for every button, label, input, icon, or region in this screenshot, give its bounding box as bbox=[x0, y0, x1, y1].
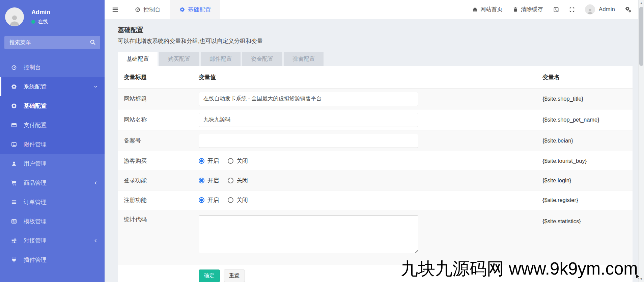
sidebar-search bbox=[4, 36, 100, 49]
plug-icon bbox=[11, 257, 19, 263]
site-home-link[interactable]: 网站首页 bbox=[472, 6, 503, 13]
sidebar-item-template-manage[interactable]: 模板管理 bbox=[0, 212, 105, 231]
variable-name: {$site.tourist_buy} bbox=[542, 158, 626, 164]
tab-basic-config[interactable]: 基础配置 bbox=[118, 52, 158, 66]
list-icon bbox=[11, 199, 19, 205]
tab-mail-config[interactable]: 邮件配置 bbox=[201, 52, 241, 66]
statistics-code-textarea[interactable] bbox=[199, 215, 418, 253]
sidebar-item-label: 支付配置 bbox=[24, 121, 47, 129]
tab-buy-config[interactable]: 购买配置 bbox=[159, 52, 199, 66]
sidebar-item-basic-config[interactable]: 基础配置 bbox=[0, 96, 105, 116]
top-navbar: 控制台 基础配置 网站首页 清除缓存 bbox=[105, 0, 638, 19]
column-header: 变量名 bbox=[542, 73, 626, 81]
sidebar-item-attachment-manage[interactable]: 附件管理 bbox=[0, 135, 105, 154]
variable-name: {$site.login} bbox=[542, 177, 626, 184]
page-content: 基础配置 可以在此增改系统的变量和分组,也可以自定义分组和变量 基础配置 购买配… bbox=[105, 19, 638, 282]
gears-icon bbox=[625, 6, 632, 13]
radio-option-on[interactable]: 开启 bbox=[199, 157, 219, 165]
online-status-label: 在线 bbox=[38, 19, 48, 25]
settings-button[interactable] bbox=[625, 6, 632, 13]
submit-button[interactable]: 确定 bbox=[199, 270, 220, 282]
page-scrollbar: ▲ ▼ bbox=[638, 0, 644, 282]
variable-name: {$site.beian} bbox=[542, 137, 626, 144]
sidebar-item-dock-manage[interactable]: 对接管理 bbox=[0, 231, 105, 250]
gear-icon bbox=[179, 7, 185, 12]
image-icon bbox=[11, 142, 19, 147]
scrollbar-up-arrow[interactable]: ▲ bbox=[639, 0, 644, 6]
sidebar-item-goods-manage[interactable]: 商品管理 bbox=[0, 173, 105, 193]
person-icon bbox=[587, 8, 593, 15]
sidebar-user-panel: Admin 在线 bbox=[0, 0, 105, 26]
radio-label: 关闭 bbox=[236, 177, 248, 184]
sidebar-item-label: 用户管理 bbox=[24, 160, 47, 168]
online-dot-icon bbox=[31, 20, 35, 24]
field-label: 备案号 bbox=[124, 137, 199, 145]
beian-input[interactable] bbox=[199, 134, 418, 148]
sidebar-item-dashboard[interactable]: 控制台 bbox=[0, 58, 105, 77]
tourist-buy-radio-group: 开启 关闭 bbox=[199, 157, 542, 165]
chevron-down-icon bbox=[93, 84, 98, 89]
tab-dashboard[interactable]: 控制台 bbox=[125, 0, 170, 19]
sidebar-item-payment-config[interactable]: 支付配置 bbox=[0, 116, 105, 135]
register-radio-group: 开启 关闭 bbox=[199, 196, 542, 204]
newspaper-icon bbox=[11, 219, 19, 224]
table-row: 统计代码 {$site.statistics} bbox=[118, 210, 633, 265]
radio-option-on[interactable]: 开启 bbox=[199, 177, 219, 184]
clear-cache-link[interactable]: 清除缓存 bbox=[513, 6, 543, 13]
sidebar-item-label: 附件管理 bbox=[24, 140, 47, 148]
sidebar-item-plugin-manage[interactable]: 插件管理 bbox=[0, 250, 105, 270]
shop-name-input[interactable] bbox=[199, 113, 418, 127]
variable-name: {$site.shop_title} bbox=[542, 96, 626, 102]
fullscreen-button[interactable] bbox=[569, 7, 575, 12]
tab-fund-config[interactable]: 资金配置 bbox=[242, 52, 282, 66]
radio-unchecked-icon bbox=[228, 158, 233, 164]
person-icon bbox=[8, 14, 21, 26]
language-button[interactable] bbox=[553, 7, 559, 12]
page-subtitle: 可以在此增改系统的变量和分组,也可以自定义分组和变量 bbox=[118, 37, 633, 45]
sidebar-item-label: 插件管理 bbox=[24, 256, 47, 264]
field-label: 注册功能 bbox=[124, 196, 199, 204]
reset-button[interactable]: 重置 bbox=[224, 270, 245, 282]
search-icon[interactable] bbox=[90, 39, 96, 46]
sidebar-item-user-manage[interactable]: 用户管理 bbox=[0, 154, 105, 173]
radio-option-off[interactable]: 关闭 bbox=[228, 157, 248, 165]
sliders-icon bbox=[11, 238, 19, 243]
user-meta: Admin 在线 bbox=[31, 9, 50, 25]
variable-name: {$site.register} bbox=[542, 197, 626, 203]
tab-popup-config[interactable]: 弹窗配置 bbox=[284, 52, 324, 66]
user-name: Admin bbox=[31, 9, 50, 16]
radio-checked-icon bbox=[199, 158, 204, 164]
table-row: 备案号 {$site.beian} bbox=[118, 130, 633, 151]
sidebar: Admin 在线 控制台 系统配置 bbox=[0, 0, 105, 282]
variable-name: {$site.shop_pet_name} bbox=[542, 117, 626, 123]
search-input[interactable] bbox=[4, 36, 100, 49]
radio-option-on[interactable]: 开启 bbox=[199, 196, 219, 204]
scrollbar-thumb[interactable] bbox=[639, 7, 643, 66]
trash-icon bbox=[513, 7, 518, 12]
tachometer-icon bbox=[135, 7, 140, 12]
radio-label: 关闭 bbox=[236, 157, 248, 165]
tab-basic-config[interactable]: 基础配置 bbox=[170, 0, 220, 19]
table-header-row: 变量标题 变量值 变量名 bbox=[118, 66, 633, 88]
login-radio-group: 开启 关闭 bbox=[199, 177, 542, 184]
tab-label: 基础配置 bbox=[188, 6, 211, 14]
sidebar-item-label: 系统配置 bbox=[24, 83, 47, 91]
radio-option-off[interactable]: 关闭 bbox=[228, 177, 248, 184]
navbar-user-menu[interactable]: Admin bbox=[585, 4, 615, 15]
field-label: 游客购买 bbox=[124, 157, 199, 165]
watermark: 九块九源码网 www.9k9ym.com bbox=[401, 257, 638, 281]
radio-label: 开启 bbox=[207, 196, 219, 204]
menu-toggle-button[interactable] bbox=[105, 0, 125, 19]
table-row: 网站标题 {$site.shop_title} bbox=[118, 88, 633, 109]
radio-checked-icon bbox=[199, 178, 204, 183]
sidebar-item-system-config[interactable]: 系统配置 bbox=[0, 77, 105, 96]
fullscreen-icon bbox=[569, 7, 575, 12]
column-header: 变量标题 bbox=[124, 73, 199, 81]
sidebar-item-order-manage[interactable]: 订单管理 bbox=[0, 193, 105, 212]
sidebar-item-label: 控制台 bbox=[24, 63, 41, 71]
gear-icon bbox=[11, 103, 19, 109]
radio-option-off[interactable]: 关闭 bbox=[228, 196, 248, 204]
language-icon bbox=[553, 7, 559, 12]
clear-cache-label: 清除缓存 bbox=[521, 6, 543, 13]
shop-title-input[interactable] bbox=[199, 92, 418, 106]
